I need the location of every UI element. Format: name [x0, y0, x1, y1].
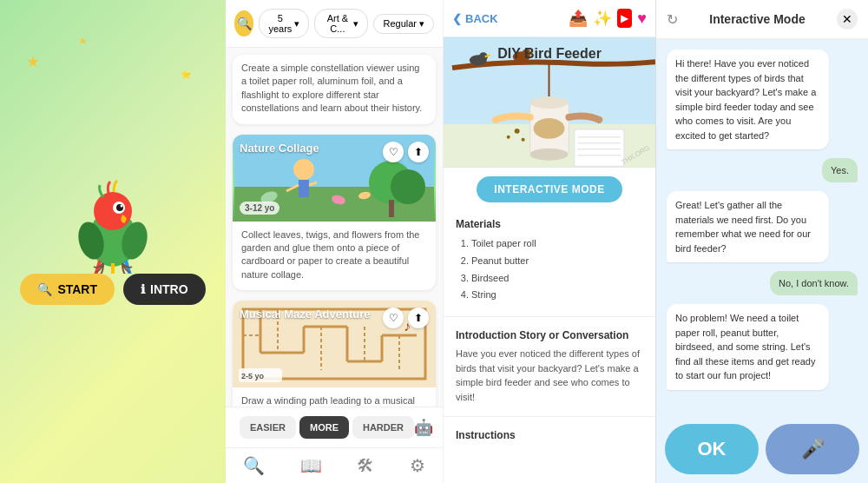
robot-icon-button[interactable]: 🤖 [414, 418, 433, 437]
heart-icon-button[interactable]: ♥ [637, 9, 647, 28]
chat-header: ↻ Interactive Mode ✕ [656, 0, 868, 39]
musical-maze-image: ♪ 2-5 yo Musical Maze Adventure ♡ ⬆ [233, 301, 436, 387]
chevron-down-icon: ▾ [294, 18, 299, 30]
svg-point-32 [530, 149, 569, 161]
nature-collage-desc: Collect leaves, twigs, and flowers from … [241, 228, 427, 282]
list-item[interactable]: Create a simple constellation viewer usi… [233, 55, 436, 124]
detail-hero-image: DIY Bird Feeder THX.ORG [444, 37, 655, 168]
svg-point-41 [515, 129, 520, 134]
nature-collage-age: 3-12 yo [240, 202, 279, 215]
chat-message-bot-2: Great! Let's gather all the materials we… [667, 191, 829, 262]
intro-story-text: Have you ever noticed the different type… [456, 347, 643, 404]
chat-footer: OK 🎤 [656, 415, 868, 483]
share-icon-button[interactable]: 📤 [569, 9, 588, 28]
level-filter-label: Regular [383, 18, 417, 29]
intro-story-section: Introduction Story or Conversation Have … [444, 322, 655, 411]
nature-collage-title: Nature Collage [240, 142, 319, 155]
mascot-image [65, 178, 161, 274]
list-header: 🔍 5 years ▾ Art & C... ▾ Regular ▾ [226, 0, 443, 48]
info-icon: ℹ [141, 282, 145, 296]
star-decoration-2: ★ [78, 35, 88, 47]
ok-button[interactable]: OK [665, 424, 759, 474]
list-item: Peanut butter [471, 253, 643, 270]
start-button[interactable]: 🔍 START [20, 274, 115, 305]
star-decoration-1: ★ [26, 52, 40, 71]
start-label: START [57, 282, 97, 296]
svg-rect-35 [575, 130, 623, 166]
svg-text:2-5 yo: 2-5 yo [241, 372, 265, 380]
svg-point-12 [293, 159, 314, 180]
instructions-title: Instructions [456, 429, 643, 441]
activity-list-content: Create a simple constellation viewer usi… [226, 48, 443, 407]
category-filter-label: Art & C... [324, 13, 351, 34]
tools-nav-button[interactable]: 🛠 [357, 455, 374, 476]
svg-point-33 [534, 118, 565, 139]
chevron-down-icon-2: ▾ [353, 18, 358, 30]
svg-point-42 [507, 136, 510, 139]
musical-maze-desc: Draw a winding path leading to a musical… [241, 394, 427, 407]
search-button[interactable]: 🔍 [234, 10, 253, 36]
settings-nav-button[interactable]: ⚙ [410, 455, 425, 476]
mascot-panel: ★ ★ ⭐ [0, 0, 226, 483]
nature-collage-share-button[interactable]: ⬆ [408, 142, 429, 162]
difficulty-buttons: EASIER MORE HARDER [240, 416, 414, 439]
detail-header-icons: 📤 ✨ ▶ ♥ [569, 9, 647, 28]
bookmark-nav-button[interactable]: 📖 [300, 455, 322, 476]
chat-message-bot-3: No problem! We need a toilet paper roll,… [667, 304, 829, 390]
intro-button[interactable]: ℹ INTRO [123, 274, 206, 305]
detail-header: ❮ BACK 📤 ✨ ▶ ♥ [444, 0, 655, 37]
search-nav-button[interactable]: 🔍 [243, 455, 265, 476]
harder-button[interactable]: HARDER [352, 416, 414, 439]
star-decoration-3: ⭐ [181, 69, 191, 79]
chevron-down-icon-3: ▾ [419, 18, 424, 30]
chat-message-bot-1: Hi there! Have you ever noticed the diff… [667, 50, 829, 149]
musical-maze-share-button[interactable]: ⬆ [408, 308, 429, 328]
mic-icon: 🎤 [801, 438, 825, 460]
category-filter[interactable]: Art & C... ▾ [314, 9, 368, 38]
interactive-mode-button[interactable]: INTERACTIVE MODE [477, 176, 621, 202]
close-button[interactable]: ✕ [837, 9, 858, 30]
svg-point-10 [391, 169, 425, 204]
back-button[interactable]: ❮ BACK [452, 12, 498, 25]
nature-collage-heart-button[interactable]: ♡ [383, 142, 404, 162]
svg-point-4 [121, 205, 123, 208]
musical-maze-title: Musical Maze Adventure [240, 308, 371, 321]
divider [444, 316, 655, 317]
search-icon: 🔍 [237, 17, 252, 30]
list-item: Toilet paper roll [471, 235, 643, 253]
mascot-buttons-group: 🔍 START ℹ INTRO [20, 274, 205, 305]
constellation-desc: Create a simple constellation viewer usi… [241, 62, 427, 116]
musical-maze-heart-button[interactable]: ♡ [383, 308, 404, 328]
chat-message-user-2: No, I don't know. [770, 271, 858, 295]
intro-label: INTRO [150, 282, 188, 296]
nature-collage-image: Nature Collage 3-12 yo ♡ ⬆ [233, 135, 436, 222]
svg-rect-11 [389, 200, 394, 217]
more-button[interactable]: MORE [299, 416, 349, 439]
list-item: String [471, 287, 643, 304]
list-item: Birdseed [471, 270, 643, 288]
materials-title: Materials [456, 218, 643, 230]
level-filter[interactable]: Regular ▾ [373, 14, 434, 34]
easier-button[interactable]: EASIER [240, 416, 296, 439]
chat-panel: ↻ Interactive Mode ✕ Hi there! Have you … [655, 0, 868, 483]
difficulty-footer: EASIER MORE HARDER 🤖 [226, 407, 443, 447]
detail-title: DIY Bird Feeder [497, 46, 602, 62]
instructions-section: Instructions [444, 422, 655, 453]
svg-point-43 [522, 138, 525, 142]
svg-point-1 [94, 192, 132, 230]
chat-messages: Hi there! Have you ever noticed the diff… [656, 39, 868, 415]
activity-detail-panel: ❮ BACK 📤 ✨ ▶ ♥ [443, 0, 655, 483]
bottom-nav: 🔍 📖 🛠 ⚙ [226, 447, 443, 483]
chat-title: Interactive Mode [678, 12, 837, 26]
list-item[interactable]: ♪ 2-5 yo Musical Maze Adventure ♡ ⬆ Draw… [233, 301, 436, 407]
list-item[interactable]: Nature Collage 3-12 yo ♡ ⬆ Collect leave… [233, 135, 436, 291]
magic-icon-button[interactable]: ✨ [593, 9, 612, 28]
back-label: BACK [465, 12, 498, 25]
intro-story-title: Introduction Story or Conversation [456, 329, 643, 341]
activity-list-panel: 🔍 5 years ▾ Art & C... ▾ Regular ▾ Creat… [226, 0, 443, 483]
age-filter[interactable]: 5 years ▾ [259, 9, 309, 38]
mic-button[interactable]: 🎤 [766, 424, 859, 474]
refresh-button[interactable]: ↻ [667, 11, 678, 28]
divider-2 [444, 416, 655, 417]
youtube-icon-button[interactable]: ▶ [617, 9, 632, 28]
